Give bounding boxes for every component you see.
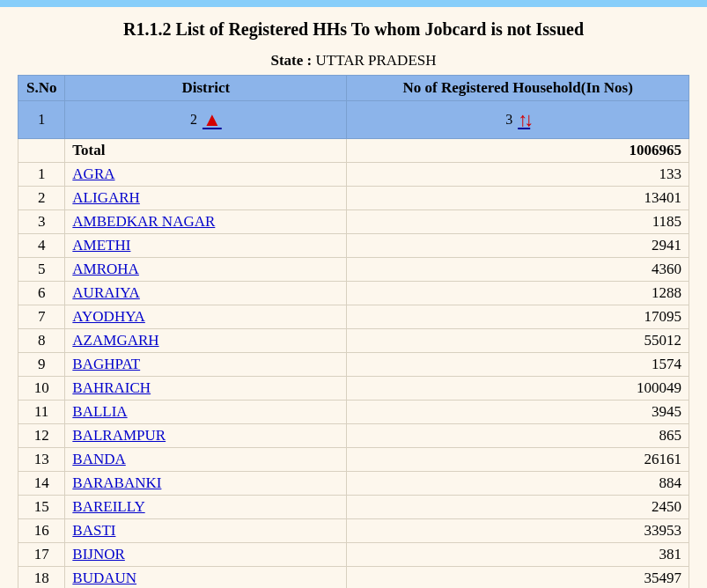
row-sno: 5 <box>18 258 65 282</box>
row-sno: 1 <box>18 163 65 187</box>
row-hh: 1574 <box>347 353 689 377</box>
row-sno: 10 <box>18 377 65 401</box>
row-hh: 100049 <box>347 377 689 401</box>
district-link[interactable]: BUDAUN <box>72 570 136 586</box>
district-link[interactable]: BAHRAICH <box>72 379 151 396</box>
data-table: S.No District No of Registered Household… <box>18 75 689 588</box>
row-sno: 15 <box>18 496 65 519</box>
table-body: Total 1006965 1AGRA1332ALIGARH134013AMBE… <box>18 139 689 589</box>
district-link[interactable]: AMETHI <box>72 237 130 254</box>
table-row: 16BASTI33953 <box>18 519 689 543</box>
row-hh: 884 <box>347 472 689 496</box>
sort-toggle-icon[interactable]: ↑↓ <box>518 108 530 131</box>
col-header-district: District <box>65 76 347 101</box>
row-sno: 14 <box>18 472 65 496</box>
header-row: S.No District No of Registered Household… <box>18 76 689 101</box>
page-title: R1.1.2 List of Registered HHs To whom Jo… <box>18 19 689 40</box>
row-district: BALRAMPUR <box>65 424 347 448</box>
row-hh: 17095 <box>347 305 689 329</box>
row-district: BAREILLY <box>65 496 347 519</box>
row-district: BUDAUN <box>65 567 347 589</box>
table-row: 14BARABANKI884 <box>18 472 689 496</box>
sort-cell-hh[interactable]: 3 ↑↓ <box>347 101 689 139</box>
row-hh: 26161 <box>347 448 689 472</box>
district-link[interactable]: AYODHYA <box>72 308 145 325</box>
row-district: AURAIYA <box>65 282 347 305</box>
state-line: State : UTTAR PRADESH <box>18 52 689 70</box>
table-row: 12BALRAMPUR865 <box>18 424 689 448</box>
row-sno: 16 <box>18 519 65 543</box>
table-row: 18BUDAUN35497 <box>18 567 689 589</box>
total-row: Total 1006965 <box>18 139 689 163</box>
row-hh: 33953 <box>347 519 689 543</box>
district-link[interactable]: BAREILLY <box>72 498 144 515</box>
row-sno: 3 <box>18 210 65 234</box>
sort-index-district: 2 <box>190 112 197 128</box>
row-sno: 9 <box>18 353 65 377</box>
row-district: AMETHI <box>65 234 347 258</box>
row-district: ALIGARH <box>65 187 347 210</box>
table-row: 13BANDA26161 <box>18 448 689 472</box>
row-sno: 17 <box>18 543 65 567</box>
state-value: UTTAR PRADESH <box>315 52 436 69</box>
row-hh: 3945 <box>347 401 689 424</box>
row-district: BALLIA <box>65 401 347 424</box>
row-hh: 865 <box>347 424 689 448</box>
district-link[interactable]: BALLIA <box>72 403 127 420</box>
row-hh: 13401 <box>347 187 689 210</box>
row-sno: 8 <box>18 329 65 353</box>
top-accent-bar <box>0 0 707 7</box>
row-district: BARABANKI <box>65 472 347 496</box>
row-district: BAHRAICH <box>65 377 347 401</box>
col-header-sno: S.No <box>18 76 65 101</box>
col-header-hh: No of Registered Household(In Nos) <box>347 76 689 101</box>
row-hh: 4360 <box>347 258 689 282</box>
table-row: 1AGRA133 <box>18 163 689 187</box>
district-link[interactable]: AZAMGARH <box>72 332 158 349</box>
sort-asc-icon[interactable]: ▲ <box>203 108 222 131</box>
sort-row: 1 2 ▲ 3 ↑↓ <box>18 101 689 139</box>
sort-cell-sno: 1 <box>18 101 65 139</box>
table-row: 8AZAMGARH55012 <box>18 329 689 353</box>
row-sno: 6 <box>18 282 65 305</box>
district-link[interactable]: BARABANKI <box>72 474 161 491</box>
sort-cell-district[interactable]: 2 ▲ <box>65 101 347 139</box>
row-hh: 35497 <box>347 567 689 589</box>
table-row: 2ALIGARH13401 <box>18 187 689 210</box>
sort-index-sno: 1 <box>38 112 45 127</box>
page-container: R1.1.2 List of Registered HHs To whom Jo… <box>0 7 707 588</box>
state-label: State : <box>271 52 316 69</box>
table-row: 10BAHRAICH100049 <box>18 377 689 401</box>
table-row: 15BAREILLY2450 <box>18 496 689 519</box>
total-value: 1006965 <box>347 139 689 163</box>
row-sno: 7 <box>18 305 65 329</box>
row-hh: 1185 <box>347 210 689 234</box>
district-link[interactable]: BIJNOR <box>72 546 125 562</box>
row-district: BIJNOR <box>65 543 347 567</box>
table-row: 3AMBEDKAR NAGAR1185 <box>18 210 689 234</box>
district-link[interactable]: BANDA <box>72 451 125 467</box>
district-link[interactable]: AMROHA <box>72 261 139 277</box>
row-sno: 11 <box>18 401 65 424</box>
district-link[interactable]: BAGHPAT <box>72 356 140 372</box>
row-district: BANDA <box>65 448 347 472</box>
district-link[interactable]: BALRAMPUR <box>72 427 166 444</box>
district-link[interactable]: AMBEDKAR NAGAR <box>72 213 215 230</box>
table-row: 4AMETHI2941 <box>18 234 689 258</box>
row-district: AZAMGARH <box>65 329 347 353</box>
table-row: 5AMROHA4360 <box>18 258 689 282</box>
table-row: 9BAGHPAT1574 <box>18 353 689 377</box>
table-row: 7AYODHYA17095 <box>18 305 689 329</box>
table-row: 17BIJNOR381 <box>18 543 689 567</box>
district-link[interactable]: ALIGARH <box>72 189 140 206</box>
row-hh: 2450 <box>347 496 689 519</box>
district-link[interactable]: BASTI <box>72 522 115 539</box>
row-district: AGRA <box>65 163 347 187</box>
total-sno <box>18 139 65 163</box>
row-hh: 133 <box>347 163 689 187</box>
district-link[interactable]: AGRA <box>72 165 114 182</box>
row-district: BAGHPAT <box>65 353 347 377</box>
sort-index-hh: 3 <box>505 112 512 128</box>
district-link[interactable]: AURAIYA <box>72 284 140 301</box>
row-hh: 55012 <box>347 329 689 353</box>
